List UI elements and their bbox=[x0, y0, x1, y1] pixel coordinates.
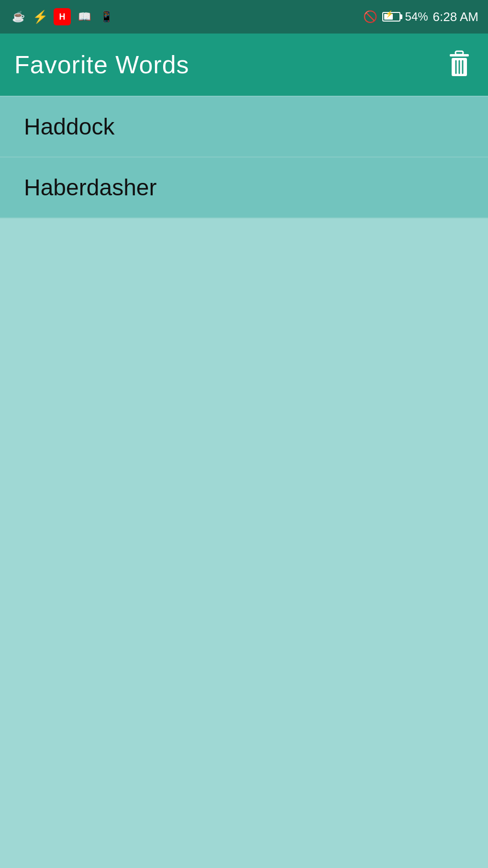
coffee-icon: ☕ bbox=[10, 8, 27, 25]
hulu-icon: H bbox=[54, 8, 71, 25]
sim-icon: 🚫 bbox=[363, 10, 377, 23]
status-bar-right-icons: 🚫 54% 6:28 AM bbox=[363, 10, 478, 24]
word-list: Haddock Haberdasher bbox=[0, 96, 488, 218]
battery-percent: 54% bbox=[405, 10, 428, 23]
usb-icon: ⚡ bbox=[32, 8, 49, 25]
phone-icon: 📱 bbox=[98, 8, 115, 25]
word-text: Haddock bbox=[24, 114, 114, 139]
list-item[interactable]: Haddock bbox=[0, 96, 488, 158]
word-text: Haberdasher bbox=[24, 175, 157, 200]
battery-icon bbox=[382, 12, 400, 22]
svg-rect-1 bbox=[455, 51, 463, 55]
app-bar: Favorite Words bbox=[0, 34, 488, 96]
list-item[interactable]: Haberdasher bbox=[0, 158, 488, 218]
status-bar: ☕ ⚡ H 📖 📱 🚫 54% 6:28 AM bbox=[0, 0, 488, 34]
status-bar-left-icons: ☕ ⚡ H 📖 📱 bbox=[10, 8, 115, 25]
page-title: Favorite Words bbox=[14, 50, 189, 79]
delete-all-button[interactable] bbox=[445, 48, 474, 81]
trash-icon bbox=[447, 50, 471, 79]
book-icon: 📖 bbox=[76, 8, 93, 25]
time-display: 6:28 AM bbox=[433, 10, 478, 24]
